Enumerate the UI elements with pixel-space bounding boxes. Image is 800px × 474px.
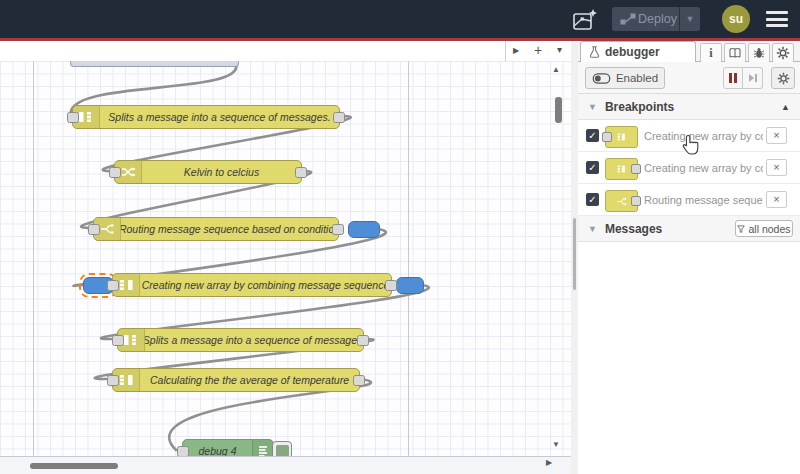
node-split-2[interactable]: Splits a message into a sequence of mess… bbox=[117, 328, 364, 352]
breakpoint-label: Creating new array by combining message … bbox=[644, 120, 763, 152]
node-label: Kelvin to celcius bbox=[142, 161, 301, 183]
mini-output-port bbox=[631, 196, 641, 206]
node-join-1[interactable]: Creating new array by combining message … bbox=[112, 273, 392, 297]
deploy-icon bbox=[620, 13, 636, 25]
deploy-options-chevron[interactable]: ▼ bbox=[679, 7, 700, 31]
node-label: Creating new array by combining message … bbox=[140, 274, 391, 296]
input-port[interactable] bbox=[67, 112, 79, 123]
mini-input-port bbox=[602, 132, 612, 142]
flow-action-icon[interactable] bbox=[572, 8, 598, 32]
mini-node-join-output bbox=[605, 158, 638, 180]
input-port[interactable] bbox=[107, 280, 119, 291]
flow-list-chevron[interactable]: ▾ bbox=[557, 44, 562, 55]
message-filter-button[interactable]: all nodes bbox=[735, 220, 793, 237]
collapse-chevron-icon: ▼ bbox=[588, 224, 597, 234]
flask-icon bbox=[589, 46, 600, 58]
join-icon bbox=[617, 165, 626, 173]
tab-debugger-label: debugger bbox=[605, 45, 660, 59]
breakpoint-label: Creating new array by combining message … bbox=[644, 152, 763, 184]
vscroll-up-arrow[interactable]: ▲ bbox=[552, 66, 560, 74]
toggle-icon bbox=[592, 73, 611, 84]
messages-section-header[interactable]: ▼ Messages all nodes bbox=[578, 216, 800, 242]
collapse-chevron-icon: ▼ bbox=[588, 102, 597, 112]
hscroll-thumb[interactable] bbox=[30, 463, 118, 469]
breakpoint-checkbox[interactable]: ✓ bbox=[586, 193, 599, 206]
breakpoint-label: Routing message sequence based on condit… bbox=[644, 184, 763, 216]
node-red-app: Deploy ▼ su ▶ + ▾ bbox=[0, 0, 800, 474]
breakpoints-title: Breakpoints bbox=[605, 100, 674, 114]
tab-config-nodes[interactable] bbox=[772, 43, 794, 63]
input-port[interactable] bbox=[112, 335, 124, 346]
debugger-toolbar: Enabled bbox=[578, 62, 800, 94]
node-join-2[interactable]: Calculating the the average of temperatu… bbox=[112, 368, 360, 392]
flow-tabbar: ▶ + ▾ bbox=[0, 41, 571, 62]
node-change-1[interactable]: Kelvin to celcius bbox=[114, 160, 302, 184]
scroll-tabs-right-button[interactable]: ▶ bbox=[513, 46, 519, 55]
sidebar-scroll-up-arrow[interactable]: ▲ bbox=[781, 102, 790, 112]
debugger-enabled-toggle[interactable]: Enabled bbox=[585, 67, 665, 89]
add-flow-button[interactable]: + bbox=[534, 42, 542, 58]
book-icon bbox=[729, 47, 741, 59]
node-label: Routing message sequence based on condit… bbox=[121, 218, 338, 240]
breakpoints-section-header[interactable]: ▼ Breakpoints ▲ bbox=[578, 94, 800, 120]
input-port[interactable] bbox=[107, 375, 119, 386]
breakpoint-marker-switch-output[interactable] bbox=[348, 221, 380, 238]
input-port[interactable] bbox=[88, 224, 100, 235]
pause-icon bbox=[729, 73, 737, 83]
remove-breakpoint-button[interactable]: × bbox=[766, 159, 787, 176]
input-port[interactable] bbox=[177, 446, 189, 457]
splitter-handle[interactable] bbox=[573, 218, 576, 290]
tab-debugger[interactable]: debugger bbox=[580, 41, 696, 62]
gear-icon bbox=[777, 72, 790, 85]
sidebar-splitter[interactable] bbox=[571, 41, 578, 474]
filter-label: all nodes bbox=[748, 223, 790, 235]
join-icon bbox=[617, 133, 626, 141]
tab-debug-messages[interactable] bbox=[748, 43, 770, 63]
output-port[interactable] bbox=[385, 280, 397, 291]
output-port[interactable] bbox=[332, 224, 344, 235]
debugger-settings-button[interactable] bbox=[771, 67, 795, 89]
bug-icon bbox=[753, 47, 765, 59]
app-header: Deploy ▼ su bbox=[0, 0, 800, 38]
partial-node-top[interactable] bbox=[70, 61, 239, 67]
tabbar-divider bbox=[505, 41, 506, 61]
messages-title: Messages bbox=[605, 222, 662, 236]
breakpoint-checkbox[interactable]: ✓ bbox=[586, 129, 599, 142]
filter-funnel-icon bbox=[737, 225, 745, 233]
pause-button[interactable] bbox=[723, 67, 743, 89]
remove-breakpoint-button[interactable]: × bbox=[766, 191, 787, 208]
input-port[interactable] bbox=[109, 167, 121, 178]
vscroll-down-arrow[interactable]: ▼ bbox=[552, 441, 560, 449]
output-port[interactable] bbox=[357, 335, 369, 346]
vscroll-thumb[interactable] bbox=[555, 97, 562, 123]
output-port[interactable] bbox=[333, 112, 345, 123]
tab-info[interactable]: i bbox=[700, 43, 722, 63]
flow-canvas[interactable]: Splits a message into a sequence of mess… bbox=[0, 61, 571, 474]
hscroll-right-arrow[interactable]: ▶ bbox=[546, 459, 552, 467]
main-menu-button[interactable] bbox=[766, 11, 788, 27]
info-icon: i bbox=[709, 46, 712, 61]
switch-icon bbox=[617, 197, 627, 206]
node-split-1[interactable]: Splits a message into a sequence of mess… bbox=[72, 105, 340, 129]
breakpoint-marker-join-output[interactable] bbox=[396, 277, 424, 294]
mini-node-join-input bbox=[605, 126, 638, 148]
breakpoint-checkbox[interactable]: ✓ bbox=[586, 161, 599, 174]
output-port[interactable] bbox=[353, 375, 365, 386]
user-avatar[interactable]: su bbox=[722, 5, 750, 33]
mouse-cursor-pointer bbox=[681, 134, 700, 156]
tab-help[interactable] bbox=[724, 43, 746, 63]
breakpoint-row-3[interactable]: ✓ Routing message sequence based on cond… bbox=[578, 184, 800, 216]
deploy-button[interactable]: Deploy ▼ bbox=[612, 7, 700, 31]
gear-icon bbox=[776, 46, 790, 60]
node-switch-1[interactable]: Routing message sequence based on condit… bbox=[93, 217, 339, 241]
output-port[interactable] bbox=[295, 167, 307, 178]
enabled-label: Enabled bbox=[616, 72, 658, 84]
breakpoint-row-2[interactable]: ✓ Creating new array by combining messag… bbox=[578, 152, 800, 184]
remove-breakpoint-button[interactable]: × bbox=[766, 127, 787, 144]
mini-node-switch-output bbox=[605, 190, 638, 212]
step-icon bbox=[748, 73, 758, 83]
node-label: Splits a message into a sequence of mess… bbox=[145, 329, 363, 351]
step-button[interactable] bbox=[743, 67, 763, 89]
deploy-label: Deploy bbox=[636, 12, 679, 26]
mini-output-port bbox=[631, 164, 641, 174]
